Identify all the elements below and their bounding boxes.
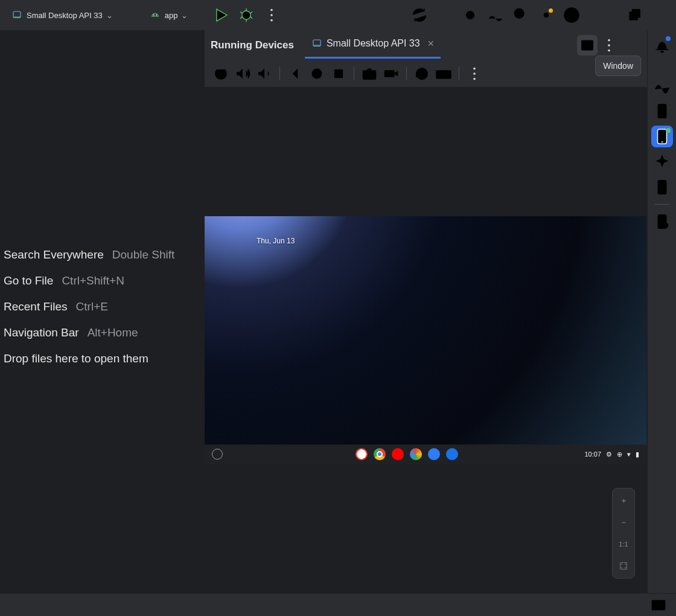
emulator-viewport[interactable]: Thu, Jun 13 10:07 ⚙ ⊕ (205, 87, 647, 593)
minimize-window-button[interactable] (599, 5, 619, 25)
svg-point-2 (156, 14, 156, 15)
zoom-in-button[interactable]: ＋ (616, 493, 631, 508)
svg-point-5 (271, 14, 273, 16)
dock-app-youtube[interactable] (392, 448, 404, 460)
svg-rect-27 (620, 563, 627, 569)
svg-rect-30 (657, 180, 666, 194)
shortcut-navigation-bar: Navigation BarAlt+Home (4, 326, 174, 339)
layout-inspector-tool[interactable] (651, 176, 673, 198)
svg-rect-22 (384, 70, 395, 77)
device-selector[interactable]: Small Desktop API 33 ⌄ (6, 7, 118, 24)
svg-point-6 (271, 19, 273, 22)
battery-status-icon: ▮ (636, 451, 639, 458)
panel-header: Running Devices Small Desktop API 33 ✕ W… (205, 30, 647, 60)
account-button[interactable] (561, 5, 582, 25)
ai-tool[interactable] (651, 151, 673, 173)
overview-button[interactable] (328, 63, 349, 84)
build-button[interactable] (435, 5, 455, 25)
chevron-down-icon: ⌄ (181, 11, 188, 20)
launcher-icon[interactable] (212, 449, 223, 460)
device-manager-tool[interactable] (651, 100, 673, 122)
close-window-button[interactable] (649, 5, 670, 25)
status-bar (0, 593, 676, 616)
svg-point-11 (569, 10, 575, 16)
shortcut-search-everywhere: Search EverywhereDouble Shift (4, 248, 174, 261)
dock-app-messages[interactable] (446, 448, 458, 460)
window-tooltip: Window (595, 56, 641, 76)
settings-button[interactable] (536, 5, 556, 25)
hide-panel-button[interactable] (620, 35, 641, 56)
notifications-tool[interactable] (651, 34, 673, 56)
svg-point-15 (608, 39, 610, 42)
panel-header-actions (577, 35, 641, 56)
sync-button[interactable] (409, 5, 430, 25)
running-devices-tool[interactable] (651, 126, 673, 147)
profiler-tool[interactable] (651, 75, 673, 97)
panel-options-button[interactable] (599, 35, 619, 56)
svg-point-17 (608, 50, 610, 52)
device-desktop: Thu, Jun 13 (205, 216, 646, 444)
keyboard-button[interactable] (433, 63, 454, 84)
zoom-fit-button[interactable] (616, 559, 631, 573)
resource-manager-tool[interactable] (651, 211, 673, 233)
volume-up-button[interactable] (232, 63, 253, 84)
globe-status-icon: ⊕ (617, 451, 622, 458)
rail-separator (655, 204, 669, 205)
update-indicator-icon (549, 8, 553, 13)
close-tab-button[interactable]: ✕ (427, 39, 435, 48)
profile-build-button[interactable] (384, 5, 404, 25)
notification-dot (666, 36, 671, 41)
dock-app-phone[interactable] (428, 448, 440, 460)
window-mode-button[interactable] (577, 35, 598, 56)
device-icon (311, 37, 323, 50)
svg-point-18 (312, 69, 322, 79)
terminal-status-button[interactable] (648, 595, 669, 615)
screenshot-button[interactable] (359, 63, 380, 84)
run-button[interactable] (211, 5, 231, 25)
device-icon (11, 9, 23, 21)
rotate-button[interactable] (412, 63, 432, 84)
home-button[interactable] (307, 63, 327, 84)
svg-point-24 (473, 68, 476, 70)
svg-point-3 (242, 11, 250, 19)
svg-rect-23 (436, 70, 451, 79)
device-date: Thu, Jun 13 (257, 237, 295, 245)
svg-point-7 (466, 11, 474, 19)
svg-point-16 (608, 44, 610, 47)
search-button[interactable] (511, 5, 531, 25)
device-clock: 10:07 (584, 451, 601, 458)
zoom-out-button[interactable]: － (616, 515, 631, 530)
svg-point-32 (663, 223, 668, 228)
chevron-down-icon: ⌄ (106, 11, 113, 20)
extended-controls-button[interactable] (464, 63, 485, 84)
svg-point-1 (153, 14, 154, 15)
svg-rect-33 (652, 600, 666, 610)
dock-app-chrome[interactable] (374, 448, 386, 460)
restore-window-button[interactable] (624, 5, 645, 25)
volume-down-button[interactable] (254, 63, 275, 84)
record-button[interactable] (381, 63, 401, 84)
zoom-reset-button[interactable]: 1:1 (616, 537, 631, 551)
more-actions-button[interactable] (261, 5, 282, 25)
dock-app-gmail[interactable] (356, 448, 368, 460)
running-dot (666, 128, 671, 133)
dock-app-photos[interactable] (410, 448, 422, 460)
device-taskbar: 10:07 ⚙ ⊕ ▾ ▮ (205, 444, 646, 464)
device-screen: Thu, Jun 13 10:07 ⚙ ⊕ (205, 216, 646, 464)
shortcut-go-to-file: Go to FileCtrl+Shift+N (4, 274, 174, 287)
power-button[interactable] (211, 63, 231, 84)
shortcut-drop-hint: Drop files here to open them (4, 352, 174, 365)
module-selector[interactable]: app ⌄ (144, 7, 193, 24)
svg-rect-19 (334, 69, 343, 78)
svg-point-25 (473, 72, 476, 75)
add-device-button[interactable] (448, 35, 468, 56)
shortcuts-list: Search EverywhereDouble Shift Go to File… (4, 248, 174, 365)
device-tab[interactable]: Small Desktop API 33 ✕ (305, 33, 441, 59)
app-quality-button[interactable] (485, 5, 506, 25)
debug-button[interactable] (236, 5, 257, 25)
back-button[interactable] (285, 63, 305, 84)
device-tab-label: Small Desktop API 33 (327, 38, 420, 49)
right-tool-rail (647, 30, 676, 593)
wifi-status-icon: ▾ (627, 451, 631, 458)
attach-debugger-button[interactable] (460, 5, 480, 25)
